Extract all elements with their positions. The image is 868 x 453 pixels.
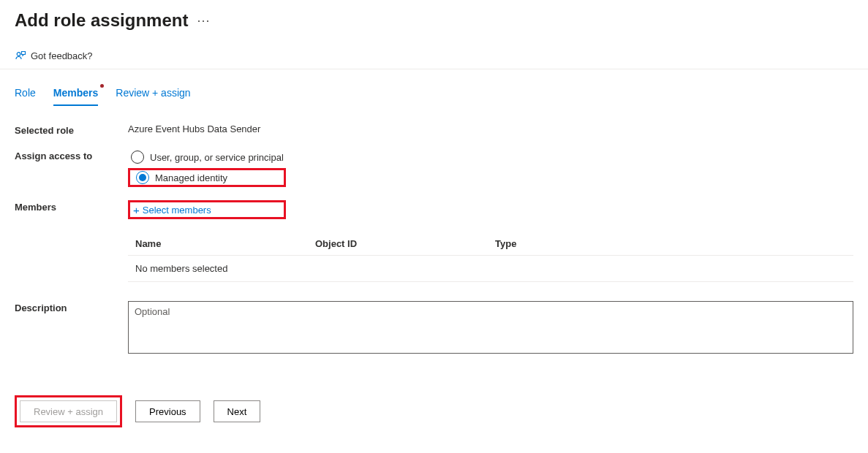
tab-review[interactable]: Review + assign	[116, 83, 190, 106]
plus-icon: +	[133, 205, 140, 216]
assign-access-label: Assign access to	[15, 149, 128, 187]
tab-list: Role Members Review + assign	[0, 69, 868, 106]
members-table: Name Object ID Type No members selected	[128, 232, 853, 282]
row-assign-access: Assign access to User, group, or service…	[15, 149, 853, 187]
footer-buttons: Review + assign Previous Next	[0, 384, 868, 439]
select-members-button[interactable]: + Select members	[133, 205, 211, 216]
description-label: Description	[15, 301, 128, 356]
feedback-label: Got feedback?	[31, 50, 93, 61]
next-button[interactable]: Next	[214, 400, 261, 422]
svg-point-0	[17, 53, 20, 56]
previous-button[interactable]: Previous	[135, 400, 200, 422]
tab-members[interactable]: Members	[53, 83, 98, 106]
selected-role-label: Selected role	[15, 123, 128, 136]
selected-role-value: Azure Event Hubs Data Sender	[128, 123, 853, 136]
radio-icon	[136, 171, 149, 184]
dirty-indicator-icon	[100, 84, 104, 88]
table-header: Name Object ID Type	[128, 232, 853, 256]
radio-user-group[interactable]: User, group, or service principal	[128, 149, 853, 165]
radio-icon	[131, 151, 144, 164]
tab-members-label: Members	[53, 87, 98, 99]
review-assign-button[interactable]: Review + assign	[20, 400, 117, 422]
description-input[interactable]	[128, 301, 853, 354]
col-name: Name	[128, 232, 308, 255]
radio-user-label: User, group, or service principal	[150, 152, 284, 163]
row-description: Description	[15, 301, 853, 356]
radio-dot-icon	[139, 174, 146, 181]
highlight-select-members: + Select members	[128, 200, 286, 219]
feedback-bar[interactable]: Got feedback?	[0, 44, 868, 69]
form-area: Selected role Azure Event Hubs Data Send…	[0, 106, 868, 384]
page-header: Add role assignment ⋯	[0, 0, 868, 44]
col-object-id: Object ID	[308, 232, 488, 255]
members-label: Members	[15, 200, 128, 219]
page-title: Add role assignment	[15, 10, 188, 31]
radio-managed-label: Managed identity	[155, 172, 227, 183]
radio-managed-identity[interactable]: Managed identity	[133, 170, 230, 186]
highlight-review-assign: Review + assign	[15, 395, 122, 427]
row-selected-role: Selected role Azure Event Hubs Data Send…	[15, 123, 853, 136]
highlight-managed-identity: Managed identity	[128, 168, 286, 187]
tab-role[interactable]: Role	[15, 83, 36, 106]
col-type: Type	[488, 232, 853, 255]
feedback-icon	[15, 50, 26, 61]
more-icon[interactable]: ⋯	[197, 14, 211, 27]
row-members: Members + Select members	[15, 200, 853, 219]
table-empty-row: No members selected	[128, 256, 853, 282]
select-members-label: Select members	[143, 205, 211, 216]
